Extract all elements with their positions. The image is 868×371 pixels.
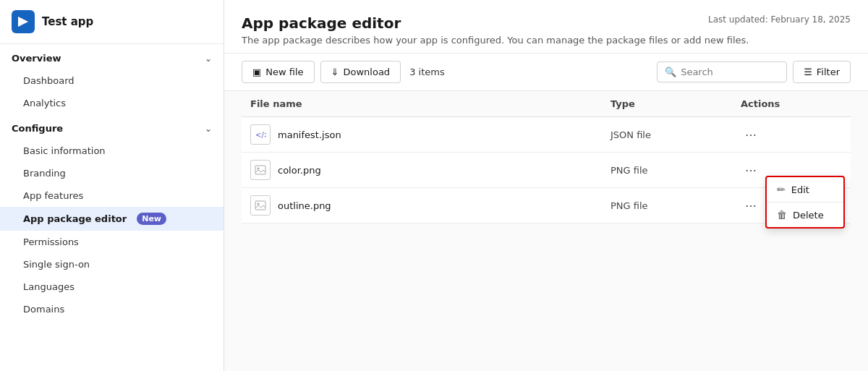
overview-section: Overview ⌄ Dashboard Analytics xyxy=(0,44,224,114)
toolbar: ▣ New file ⇓ Download 3 items 🔍 ☰ Filter xyxy=(224,54,868,91)
sidebar-item-label: App package editor xyxy=(23,213,127,224)
main-header: App package editor The app package descr… xyxy=(224,0,868,54)
search-box[interactable]: 🔍 xyxy=(657,61,787,82)
filter-button[interactable]: ☰ Filter xyxy=(793,61,851,83)
search-input[interactable] xyxy=(681,67,779,77)
last-updated: Last updated: February 18, 2025 xyxy=(708,14,851,25)
table-row: color.png PNG file ⋯ ✏️ Edit 🗑 Delete xyxy=(242,153,851,188)
file-name: color.png xyxy=(278,165,321,176)
file-name-cell: color.png xyxy=(250,160,610,180)
actions-cell: ⋯ xyxy=(741,127,842,143)
svg-rect-4 xyxy=(255,201,265,210)
configure-section-header[interactable]: Configure ⌄ xyxy=(0,114,224,140)
file-name-cell: outline.png xyxy=(250,195,610,216)
file-name: outline.png xyxy=(278,200,331,211)
configure-section: Configure ⌄ Basic information Branding A… xyxy=(0,114,224,320)
sidebar-item-single-sign-on[interactable]: Single sign-on xyxy=(0,253,224,276)
table-row: </> manifest.json JSON file ⋯ xyxy=(242,117,851,153)
sidebar-item-label: Analytics xyxy=(23,98,66,108)
sidebar-item-label: Languages xyxy=(23,281,75,292)
sidebar-item-branding[interactable]: Branding xyxy=(0,162,224,184)
sidebar-item-permissions[interactable]: Permissions xyxy=(0,231,224,253)
overview-label: Overview xyxy=(12,53,61,64)
sidebar-item-label: Domains xyxy=(23,304,64,315)
svg-marker-0 xyxy=(18,17,28,27)
context-menu-delete[interactable]: 🗑 Delete xyxy=(767,202,843,227)
new-badge: New xyxy=(137,213,166,225)
sidebar-item-label: Permissions xyxy=(23,236,79,247)
file-icon-code: </> xyxy=(250,124,271,145)
filter-label: Filter xyxy=(817,67,840,77)
chevron-down-icon: ⌄ xyxy=(205,124,212,134)
filter-icon: ☰ xyxy=(804,67,812,77)
table-row: outline.png PNG file ⋯ xyxy=(242,188,851,223)
table-header: File name Type Actions xyxy=(242,91,851,117)
file-type: PNG file xyxy=(610,165,741,176)
download-icon: ⇓ xyxy=(331,67,339,77)
sidebar-item-basic-information[interactable]: Basic information xyxy=(0,140,224,162)
file-icon-image xyxy=(250,160,271,180)
col-filename: File name xyxy=(250,98,610,109)
new-file-icon: ▣ xyxy=(252,67,261,77)
sidebar-item-app-features[interactable]: App features xyxy=(0,184,224,207)
sidebar-item-label: Single sign-on xyxy=(23,259,90,270)
download-label: Download xyxy=(344,67,391,77)
page-subtitle: The app package describes how your app i… xyxy=(242,35,851,46)
download-button[interactable]: ⇓ Download xyxy=(320,61,401,83)
sidebar-item-label: Basic information xyxy=(23,145,106,156)
file-name-cell: </> manifest.json xyxy=(250,124,610,145)
actions-cell: ⋯ ✏️ Edit 🗑 Delete xyxy=(741,162,842,179)
row-actions-button[interactable]: ⋯ xyxy=(741,162,761,179)
svg-point-5 xyxy=(258,203,260,205)
svg-text:</>: </> xyxy=(255,131,266,139)
row-actions-button[interactable]: ⋯ xyxy=(741,127,761,143)
app-logo xyxy=(12,10,35,33)
col-actions: Actions xyxy=(741,98,842,109)
new-file-label: New file xyxy=(265,67,303,77)
col-type: Type xyxy=(610,98,741,109)
edit-icon: ✏️ xyxy=(777,184,786,195)
edit-label: Edit xyxy=(791,184,809,195)
sidebar-item-analytics[interactable]: Analytics xyxy=(0,92,224,114)
sidebar-item-languages[interactable]: Languages xyxy=(0,276,224,298)
new-file-button[interactable]: ▣ New file xyxy=(242,61,315,83)
row-actions-button[interactable]: ⋯ xyxy=(741,197,761,214)
file-name: manifest.json xyxy=(278,129,341,140)
chevron-down-icon: ⌄ xyxy=(205,54,212,64)
file-type: JSON file xyxy=(610,129,741,140)
context-menu-edit[interactable]: ✏️ Edit xyxy=(767,177,843,202)
configure-label: Configure xyxy=(12,123,63,134)
delete-label: Delete xyxy=(793,210,824,221)
context-menu: ✏️ Edit 🗑 Delete xyxy=(765,176,845,229)
sidebar-header: Test app xyxy=(0,0,224,44)
search-icon: 🔍 xyxy=(665,67,676,77)
sidebar-item-label: Dashboard xyxy=(23,75,75,86)
sidebar-item-app-package-editor[interactable]: App package editor New xyxy=(0,207,224,231)
overview-section-header[interactable]: Overview ⌄ xyxy=(0,44,224,69)
file-type: PNG file xyxy=(610,200,741,211)
sidebar-item-label: Branding xyxy=(23,168,66,179)
items-count: 3 items xyxy=(409,67,445,77)
file-icon-image xyxy=(250,195,271,216)
app-name: Test app xyxy=(42,15,93,28)
sidebar-item-domains[interactable]: Domains xyxy=(0,298,224,320)
delete-icon: 🗑 xyxy=(777,209,787,221)
sidebar-item-label: App features xyxy=(23,190,83,201)
file-table: File name Type Actions </> manifest.json… xyxy=(224,91,868,371)
sidebar-item-dashboard[interactable]: Dashboard xyxy=(0,69,224,92)
svg-rect-2 xyxy=(255,166,265,174)
main-page: App package editor The app package descr… xyxy=(224,0,868,371)
sidebar: Test app Overview ⌄ Dashboard Analytics … xyxy=(0,0,224,371)
svg-point-3 xyxy=(258,168,260,170)
